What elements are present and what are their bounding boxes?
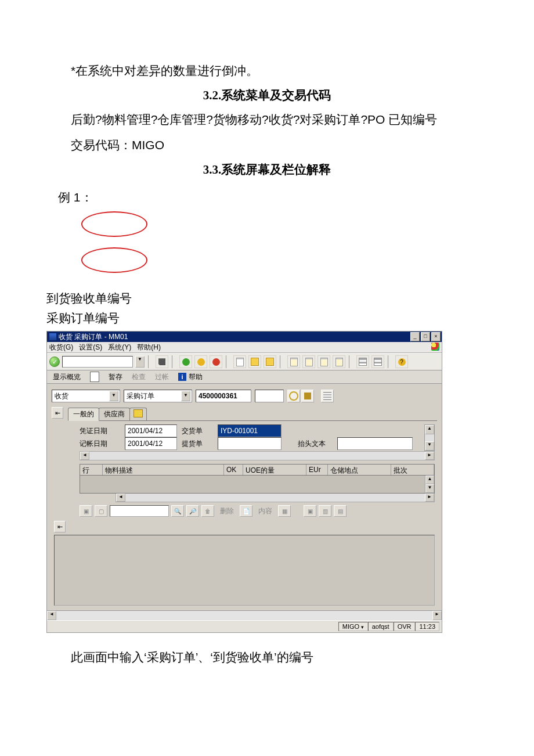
close-button[interactable]: × [431, 332, 441, 341]
tcode-line: 交易代码：MIGO [46, 132, 488, 158]
back-icon[interactable] [179, 355, 192, 368]
heading-3-2: 3.2.系统菜单及交易代码 [46, 87, 488, 103]
minimize-button[interactable]: _ [410, 332, 420, 341]
check-button[interactable]: 检查 [129, 372, 148, 382]
header-text-label: 抬头文本 [298, 439, 333, 449]
collapse-detail-button[interactable]: ⇤ [54, 521, 66, 532]
example-label: 例 1： [58, 189, 488, 206]
show-overview-button[interactable]: 显示概览 [50, 372, 83, 382]
label-po-number: 采购订单编号 [46, 310, 488, 326]
label-delivery-note-number: 到货验收单编号 [46, 290, 488, 307]
body-line-1: *在系统中对差异的数量进行倒冲。 [46, 58, 488, 84]
contents-icon[interactable]: 📄 [240, 505, 252, 517]
action-dropdown-value: 收货 [55, 391, 68, 401]
command-field[interactable] [62, 356, 133, 368]
separator [349, 355, 353, 368]
col-line: 行 [80, 465, 103, 475]
menu-help[interactable]: 帮助(H) [137, 343, 161, 352]
empty-detail-area [54, 535, 435, 606]
red-ellipse-2 [81, 247, 147, 273]
first-page-icon[interactable] [287, 355, 300, 368]
shortcut-icon[interactable] [371, 355, 384, 368]
col-material-desc: 物料描述 [103, 465, 224, 475]
next-page-icon[interactable] [317, 355, 330, 368]
print-icon[interactable] [233, 355, 246, 368]
header-vscroll[interactable]: ▲▼ [424, 424, 435, 451]
bill-of-lading-input[interactable] [218, 437, 282, 450]
find-next-icon[interactable] [264, 355, 276, 368]
posting-date-input[interactable]: 2001/04/12 [125, 437, 177, 450]
action-dropdown[interactable]: 收货 ▼ [52, 390, 120, 402]
window-hscroll[interactable]: ◄► [47, 610, 442, 620]
titlebar: 收货 采购订单 - MM01 _ □ × [47, 332, 442, 342]
last-page-icon[interactable] [333, 355, 345, 368]
item-search-field[interactable] [110, 505, 169, 517]
exit-icon[interactable] [194, 355, 207, 368]
delivery-slip-input[interactable]: IYD-001001 [218, 424, 282, 437]
header-tabs: 一般的 供应商 [68, 407, 437, 421]
enter-button[interactable]: ✓ [49, 357, 60, 367]
hold-button[interactable]: 暂存 [106, 372, 125, 382]
misc-button-4[interactable]: ▤ [334, 505, 347, 517]
header-text-input[interactable] [337, 437, 413, 450]
layout-button[interactable] [321, 390, 334, 402]
col-uoe-qty: UOE的量 [243, 465, 306, 475]
separator [388, 355, 392, 368]
select-all-button[interactable]: ▣ [80, 505, 92, 517]
new-doc-icon[interactable] [88, 372, 102, 382]
doc-date-input[interactable]: 2001/04/12 [125, 424, 177, 437]
misc-button-2[interactable]: ▣ [304, 505, 316, 517]
find-icon[interactable] [248, 355, 261, 368]
window-title: 收货 采购订单 - MM01 [59, 332, 128, 342]
misc-button-3[interactable]: ▥ [319, 505, 331, 517]
table-hscroll[interactable]: ◄► [116, 494, 435, 502]
trash-icon[interactable]: 🗑 [201, 505, 214, 517]
reference-dropdown-value: 采购订单 [127, 391, 154, 401]
status-tcode: MIGO ▾ [338, 622, 368, 631]
help-icon[interactable]: ? [395, 355, 408, 368]
save-icon[interactable] [156, 355, 168, 368]
chevron-down-icon: ▼ [181, 391, 190, 401]
annotation-ellipses [81, 211, 488, 273]
command-dropdown[interactable]: ▼ [135, 356, 145, 368]
po-item-input[interactable] [255, 390, 284, 402]
maximize-button[interactable]: □ [421, 332, 430, 341]
tab-attachments[interactable] [129, 408, 147, 420]
sap-window: 收货 采购订单 - MM01 _ □ × 收货(G) 设置(S) 系统(Y) 帮… [46, 331, 442, 633]
item-toolbar: ▣ ▢ 🔍 🔎 🗑 删除 📄 内容 ▦ ▣ ▥ ▤ [80, 505, 435, 517]
status-time: 11:23 [415, 622, 439, 631]
save-layout-button[interactable] [301, 390, 314, 402]
status-bar: MIGO ▾ aofqst OVR 11:23 [47, 620, 442, 632]
cancel-icon[interactable] [210, 355, 222, 368]
header-hscroll[interactable]: ◄► [80, 451, 435, 460]
delete-label: 删除 [217, 506, 237, 516]
tab-vendor[interactable]: 供应商 [99, 408, 130, 420]
execute-button[interactable] [287, 390, 300, 402]
footer-instruction: 此画面中输入‘采购订单’、‘到货验收单’的编号 [46, 645, 488, 670]
po-number-input[interactable]: 4500000361 [196, 390, 251, 402]
col-storage-loc: 仓储地点 [328, 465, 391, 475]
col-batch: 批次 [391, 465, 434, 475]
deselect-all-button[interactable]: ▢ [95, 505, 107, 517]
posting-date-label: 记帐日期 [80, 439, 120, 449]
help-button[interactable]: i帮助 [176, 372, 205, 382]
tab-general[interactable]: 一般的 [68, 408, 99, 421]
app-icon [49, 333, 56, 340]
new-session-icon[interactable] [356, 355, 369, 368]
collapse-header-button[interactable]: ⇤ [52, 407, 63, 419]
find-next-button[interactable]: 🔎 [186, 505, 199, 517]
status-mode: OVR [394, 622, 416, 631]
menu-path: 后勤?物料管理?仓库管理?货物移动?收货?对采购订单?PO 已知编号 [46, 107, 488, 132]
menu-system[interactable]: 系统(Y) [108, 343, 131, 352]
menu-settings[interactable]: 设置(S) [79, 343, 102, 352]
bill-of-lading-label: 提货单 [182, 439, 213, 449]
menu-goods-receipt[interactable]: 收货(G) [49, 343, 73, 352]
find-button[interactable]: 🔍 [171, 505, 184, 517]
misc-button-1[interactable]: ▦ [278, 505, 291, 517]
table-vscroll[interactable]: ▲▼ [425, 476, 434, 493]
reference-dropdown[interactable]: 采购订单 ▼ [124, 390, 192, 402]
item-table: 行 物料描述 OK UOE的量 EUr 仓储地点 批次 ▲▼ ◄► [80, 464, 435, 502]
table-body: ▲▼ [80, 476, 435, 494]
post-button[interactable]: 过帐 [153, 372, 171, 382]
prev-page-icon[interactable] [302, 355, 315, 368]
